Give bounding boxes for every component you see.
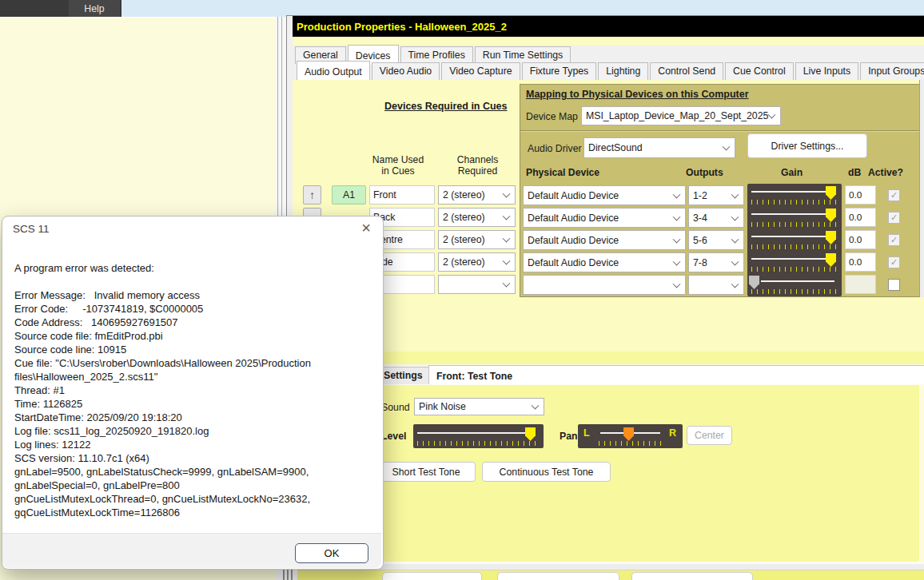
gain-slider[interactable] <box>747 273 842 296</box>
device-map-select[interactable]: MSI_Laptop_Device_Map_20_Sept_2025 <box>581 106 781 125</box>
error-line: Code Address: 140695927691507 <box>14 316 371 330</box>
bottom-partial-button[interactable] <box>497 572 619 580</box>
sound-value: Pink Noise <box>419 401 466 412</box>
panel-right-scroll-strip[interactable] <box>919 80 924 297</box>
slider-track <box>761 280 834 282</box>
col-physical-device: Physical Device <box>526 167 599 178</box>
continuous-test-tone-button[interactable]: Continuous Test Tone <box>482 462 611 482</box>
outputs-select[interactable] <box>688 275 744 295</box>
device-map-value: MSI_Laptop_Device_Map_20_Sept_2025 <box>586 110 768 121</box>
subtab-input-groups[interactable]: Input Groups <box>860 62 924 80</box>
chevron-down-icon <box>731 235 739 243</box>
help-menu-item[interactable]: Help <box>69 0 120 17</box>
channels-value: 2 (stereo) <box>443 189 485 201</box>
close-icon[interactable]: × <box>361 219 371 237</box>
tab-time-profiles[interactable]: Time Profiles <box>400 46 473 64</box>
tab-settings[interactable]: Settings <box>376 367 431 384</box>
gain-handle[interactable] <box>826 209 836 222</box>
outputs-select[interactable]: 1-2 <box>688 185 744 205</box>
physical-device-select[interactable]: Default Audio Device <box>523 230 686 250</box>
level-handle[interactable] <box>525 427 536 441</box>
ok-button[interactable]: OK <box>295 543 368 563</box>
physical-device-value: Default Audio Device <box>528 235 619 246</box>
chevron-down-icon <box>673 190 681 198</box>
gain-handle[interactable] <box>749 276 759 289</box>
audio-driver-select[interactable]: DirectSound <box>583 137 735 158</box>
chevron-down-icon <box>723 143 731 151</box>
audio-driver-value: DirectSound <box>588 142 643 153</box>
gain-handle[interactable] <box>826 253 836 267</box>
tab-run-time-settings[interactable]: Run Time Settings <box>475 46 571 64</box>
subtab-lighting[interactable]: Lighting <box>598 62 648 80</box>
outputs-value: 1-2 <box>693 190 707 201</box>
channels-required-select[interactable] <box>438 275 516 294</box>
gain-slider[interactable] <box>747 228 842 251</box>
move-up-button[interactable]: ↑ <box>303 185 321 205</box>
pan-slider[interactable]: L R <box>578 424 683 448</box>
active-checkbox[interactable]: ✓ <box>888 189 900 201</box>
gain-handle[interactable] <box>826 186 836 200</box>
device-name-input[interactable] <box>369 185 435 205</box>
col-header-line: Channels <box>440 154 516 165</box>
physical-device-select[interactable]: Default Audio Device <box>523 185 686 205</box>
gain-slider[interactable] <box>747 184 842 206</box>
active-checkbox[interactable]: ✓ <box>888 212 900 224</box>
driver-settings-button[interactable]: Driver Settings... <box>747 133 867 158</box>
db-input[interactable] <box>845 208 876 227</box>
pan-handle[interactable] <box>623 427 634 441</box>
chevron-down-icon <box>673 280 681 288</box>
outputs-select[interactable]: 7-8 <box>688 252 744 272</box>
physical-device-select[interactable]: Default Audio Device <box>523 252 686 272</box>
subtab-control-send[interactable]: Control Send <box>650 62 723 80</box>
pan-left-label: L <box>583 427 590 439</box>
center-button[interactable]: Center <box>687 426 732 445</box>
error-line: gnLabel=9500, gnLabelStatusCheck=9999, g… <box>14 466 371 479</box>
bottom-partial-button[interactable] <box>382 572 482 580</box>
chevron-down-icon <box>503 257 511 265</box>
subtab-video-capture[interactable]: Video Capture <box>441 62 520 80</box>
subtab-fixture-types[interactable]: Fixture Types <box>522 62 597 80</box>
channels-required-select[interactable]: 2 (stereo) <box>438 208 516 227</box>
error-line: Time: 1126825 <box>14 398 371 411</box>
subtab-audio-output[interactable]: Audio Output <box>297 61 370 81</box>
bottom-divider <box>293 562 924 570</box>
slider-ticks <box>751 289 838 294</box>
gain-slider[interactable] <box>747 251 842 273</box>
dialog-title: SCS 11 <box>13 223 50 235</box>
gain-slider[interactable] <box>747 206 842 228</box>
channels-required-select[interactable]: 2 (stereo) <box>438 185 516 205</box>
outputs-select[interactable]: 5-6 <box>688 230 744 250</box>
active-checkbox[interactable]: ✓ <box>888 256 900 268</box>
dialog-body: A program error was detected: Error Mess… <box>14 262 371 520</box>
channels-required-select[interactable]: 2 (stereo) <box>438 230 516 249</box>
tab-front-test-tone[interactable]: Front: Test Tone <box>428 365 924 384</box>
subtab-cue-control[interactable]: Cue Control <box>725 62 794 80</box>
channels-required-select[interactable]: 2 (stereo) <box>438 252 516 272</box>
up-arrow-icon: ↑ <box>309 189 315 201</box>
db-input[interactable] <box>845 252 876 272</box>
bottom-partial-button[interactable] <box>631 572 753 580</box>
db-input[interactable] <box>845 230 876 249</box>
subtab-video-audio[interactable]: Video Audio <box>372 62 440 80</box>
physical-device-select[interactable]: Default Audio Device <box>523 208 686 228</box>
slider-track <box>417 432 525 434</box>
db-input[interactable] <box>845 185 876 205</box>
slider-ticks <box>751 200 838 205</box>
subtab-live-inputs[interactable]: Live Inputs <box>795 62 858 80</box>
gain-handle[interactable] <box>826 231 836 244</box>
window-title: Production Properties - Halloween_2025_2 <box>297 21 507 33</box>
level-slider[interactable] <box>413 424 544 448</box>
slider-ticks <box>599 441 662 446</box>
check-icon: ✓ <box>890 235 898 245</box>
window-title-bar[interactable]: Production Properties - Halloween_2025_2 <box>293 16 924 37</box>
outputs-select[interactable]: 3-4 <box>688 208 744 228</box>
active-checkbox[interactable]: ✓ <box>888 234 900 246</box>
device-badge-a1[interactable]: A1 <box>332 185 366 205</box>
physical-device-select[interactable] <box>523 275 686 295</box>
error-line <box>14 276 371 289</box>
col-gain: Gain <box>781 167 803 178</box>
short-test-tone-button[interactable]: Short Test Tone <box>376 462 476 482</box>
sound-select[interactable]: Pink Noise <box>414 398 544 415</box>
active-checkbox[interactable] <box>888 279 900 291</box>
dialog-title-bar[interactable]: SCS 11 × <box>2 217 381 240</box>
